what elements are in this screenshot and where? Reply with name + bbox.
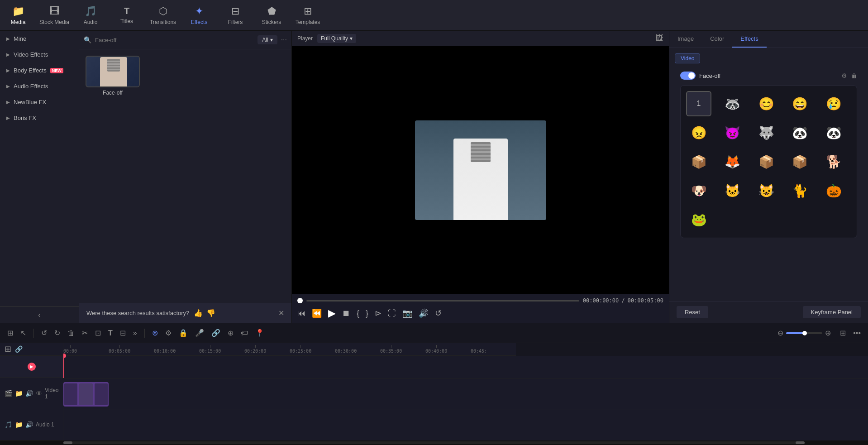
emoji-cell-smile[interactable]: 😊 xyxy=(754,91,779,116)
sidebar-item-mine[interactable]: ▶ Mine xyxy=(0,31,79,47)
emoji-cell-frog[interactable]: 🐸 xyxy=(686,207,711,232)
track-audio-mute-icon[interactable]: 🔊 xyxy=(25,390,33,397)
sidebar-item-boris-fx[interactable]: ▶ Boris FX xyxy=(0,110,79,126)
emoji-cell-dog[interactable]: 🐶 xyxy=(686,178,711,203)
keyframe-panel-button[interactable]: Keyframe Panel xyxy=(803,306,861,318)
emoji-cell-panda2[interactable]: 🐼 xyxy=(821,120,846,145)
scrollbar-thumb-left[interactable] xyxy=(63,441,72,444)
redo-button[interactable]: ↻ xyxy=(52,327,62,339)
mark-out-button[interactable]: } xyxy=(366,309,368,318)
toolbar-templates[interactable]: ⊞ Templates xyxy=(290,0,326,31)
merge-clips-button[interactable]: ⊕ xyxy=(226,327,235,339)
emoji-cell-cat2[interactable]: 🐈 xyxy=(787,178,813,203)
emoji-cell-husky[interactable]: 🐕 xyxy=(821,149,846,174)
zoom-out-button[interactable]: ⊖ xyxy=(777,329,783,337)
add-video-track-button[interactable]: ⊞ xyxy=(5,344,11,354)
layout-button[interactable]: ⊞ xyxy=(838,327,848,339)
emoji-cell-wolf[interactable]: 🐺 xyxy=(754,120,779,145)
emoji-cell-box3[interactable]: 📦 xyxy=(787,149,813,174)
playhead-marker[interactable]: ▶ xyxy=(28,363,36,371)
thumbs-down-icon[interactable]: 👎 xyxy=(206,309,215,317)
add-audio-track-button[interactable]: 🔗 xyxy=(15,345,23,353)
snapshot-button[interactable]: 📷 xyxy=(402,308,412,318)
emoji-cell-laugh[interactable]: 😄 xyxy=(787,91,813,116)
emoji-cell-bw-cat[interactable]: 😺 xyxy=(754,178,779,203)
crop-button[interactable]: ⊡ xyxy=(93,327,103,339)
delete-button[interactable]: 🗑 xyxy=(66,327,76,339)
scrollbar-track[interactable] xyxy=(63,441,805,444)
step-back-button[interactable]: ⏪ xyxy=(312,308,322,318)
track-audio-folder-icon[interactable]: 📁 xyxy=(15,421,23,428)
detach-audio-button[interactable]: 🔗 xyxy=(210,327,222,339)
play-button[interactable]: ▶ xyxy=(328,307,336,319)
emoji-cell-cry[interactable]: 😢 xyxy=(821,91,846,116)
audio-stretch-button[interactable]: 🔒 xyxy=(177,327,190,339)
record-button[interactable]: 🎤 xyxy=(193,327,206,339)
undo-button[interactable]: ↺ xyxy=(39,327,49,339)
tab-color[interactable]: Color xyxy=(702,31,732,48)
playhead[interactable] xyxy=(63,356,64,378)
settings-button[interactable]: ↺ xyxy=(435,308,442,318)
feedback-close-button[interactable]: ✕ xyxy=(278,309,284,317)
progress-track[interactable] xyxy=(306,300,579,301)
zoom-in-button[interactable]: ⊕ xyxy=(825,329,831,337)
fullscreen-button[interactable]: ⛶ xyxy=(388,309,396,318)
more-layout-button[interactable]: ••• xyxy=(851,327,863,339)
reset-button[interactable]: Reset xyxy=(677,306,708,318)
timeline-content[interactable]: 00:00 00:05:00 00:10:00 00:15:00 00:20:0… xyxy=(63,343,868,440)
toolbar-stock-media[interactable]: 🎞 Stock Media xyxy=(36,0,72,31)
quality-select[interactable]: Full Quality ▾ xyxy=(317,34,356,43)
export-button[interactable]: ⊳ xyxy=(375,308,382,318)
volume-button[interactable]: 🔊 xyxy=(419,308,429,318)
filter-all-button[interactable]: All ▾ xyxy=(258,35,277,44)
zoom-track[interactable] xyxy=(786,332,822,334)
toolbar-effects[interactable]: ✦ Effects xyxy=(181,0,217,31)
motion-track-button[interactable]: 📍 xyxy=(253,327,266,339)
toolbar-audio[interactable]: 🎵 Audio xyxy=(72,0,109,31)
ripple-edit-button[interactable]: ⊚ xyxy=(150,327,160,339)
mark-in-button[interactable]: { xyxy=(357,309,359,318)
track-folder-icon[interactable]: 📁 xyxy=(15,390,23,397)
track-visibility-icon[interactable]: 👁 xyxy=(36,390,42,397)
panel-collapse-button[interactable]: ‹ xyxy=(0,306,79,323)
toolbar-transitions[interactable]: ⬡ Transitions xyxy=(145,0,181,31)
emoji-cell-angry[interactable]: 😠 xyxy=(686,120,711,145)
track-audio-icon[interactable]: 🎵 xyxy=(5,421,12,428)
grid-tool-button[interactable]: ⊞ xyxy=(5,327,15,339)
emoji-cell-pumpkin[interactable]: 🎃 xyxy=(821,178,846,203)
effect-toggle[interactable] xyxy=(680,72,696,80)
emoji-cell-devil-cat[interactable]: 😈 xyxy=(720,120,745,145)
video-clip[interactable] xyxy=(63,382,109,407)
effect-delete-icon[interactable]: 🗑 xyxy=(851,72,857,79)
split-button[interactable]: ⊟ xyxy=(118,327,128,339)
scrollbar-thumb-right[interactable] xyxy=(796,441,805,444)
emoji-cell-box2[interactable]: 📦 xyxy=(754,149,779,174)
toolbar-stickers[interactable]: ⬟ Stickers xyxy=(253,0,290,31)
tab-image[interactable]: Image xyxy=(669,31,702,48)
progress-thumb[interactable] xyxy=(297,298,303,303)
track-video-icon[interactable]: 🎬 xyxy=(5,390,12,397)
thumbs-up-icon[interactable]: 👍 xyxy=(194,309,203,317)
text-tool-button[interactable]: T xyxy=(106,327,114,339)
sidebar-item-newblue-fx[interactable]: ▶ NewBlue FX xyxy=(0,94,79,110)
tab-effects[interactable]: Effects xyxy=(732,31,767,48)
sidebar-item-body-effects[interactable]: ▶ Body Effects NEW xyxy=(0,62,79,78)
snap-button[interactable]: ⚙ xyxy=(163,327,173,339)
stop-button[interactable]: ⏹ xyxy=(342,309,350,318)
skip-back-button[interactable]: ⏮ xyxy=(297,309,305,318)
emoji-cell-fox[interactable]: 🦊 xyxy=(720,149,745,174)
emoji-cell-raccoon[interactable]: 🦝 xyxy=(720,91,745,116)
sidebar-item-audio-effects[interactable]: ▶ Audio Effects xyxy=(0,78,79,94)
toolbar-media[interactable]: 📁 Media xyxy=(0,0,36,31)
emoji-cell-box1[interactable]: 📦 xyxy=(686,149,711,174)
effect-settings-icon[interactable]: ⚙ xyxy=(841,72,847,79)
track-audio-mute-btn[interactable]: 🔊 xyxy=(25,421,33,428)
effect-face-off[interactable]: Face-off xyxy=(86,56,140,96)
emoji-cell-number[interactable]: 1 xyxy=(686,91,711,116)
emoji-cell-panda[interactable]: 🐼 xyxy=(787,120,813,145)
add-marker-button[interactable]: 🏷 xyxy=(239,327,250,339)
toolbar-filters[interactable]: ⊟ Filters xyxy=(217,0,253,31)
emoji-cell-white-cat[interactable]: 🐱 xyxy=(720,178,745,203)
sidebar-item-video-effects[interactable]: ▶ Video Effects xyxy=(0,47,79,62)
toolbar-titles[interactable]: T Titles xyxy=(109,0,145,31)
